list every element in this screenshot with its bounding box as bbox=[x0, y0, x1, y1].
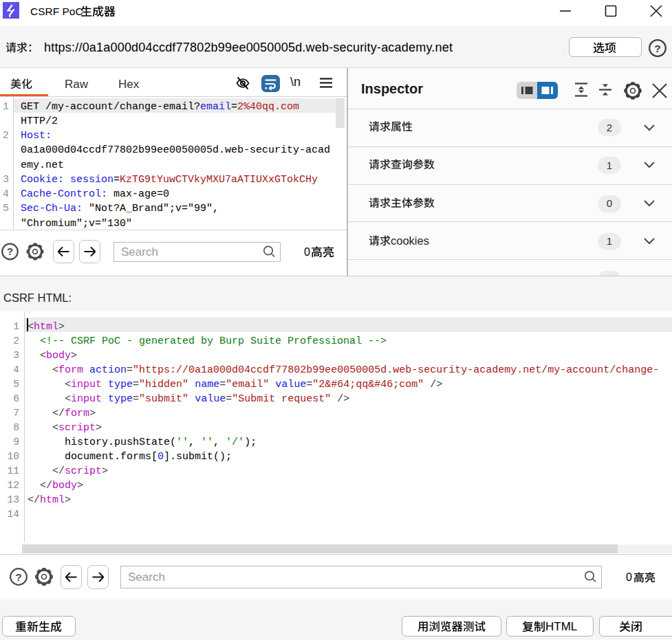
svg-text:?: ? bbox=[15, 571, 21, 583]
svg-text:?: ? bbox=[654, 43, 660, 54]
svg-text:?: ? bbox=[7, 245, 13, 257]
